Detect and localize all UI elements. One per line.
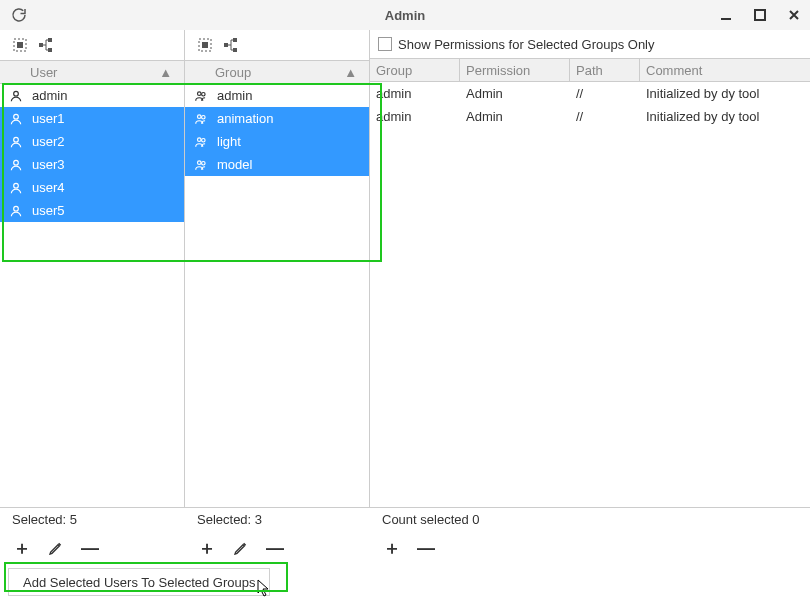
user-name: user1 (32, 111, 65, 126)
svg-point-22 (198, 137, 202, 141)
svg-rect-3 (17, 42, 23, 48)
cell-group: admin (370, 82, 460, 105)
add-user-button[interactable]: ＋ (12, 538, 32, 558)
col-permission[interactable]: Permission (460, 59, 570, 81)
user-icon (8, 204, 24, 218)
list-item[interactable]: user2 (0, 130, 184, 153)
table-row[interactable]: admin Admin // Initialized by dy tool (370, 105, 810, 128)
svg-point-24 (198, 160, 202, 164)
group-name: model (217, 157, 252, 172)
user-icon (8, 181, 24, 195)
user-name: user3 (32, 157, 65, 172)
group-icon (193, 112, 209, 126)
sort-asc-icon: ▲ (159, 65, 172, 80)
edit-group-button[interactable] (231, 538, 251, 558)
list-item[interactable]: user1 (0, 107, 184, 130)
cell-path: // (570, 82, 640, 105)
col-comment[interactable]: Comment (640, 59, 810, 81)
svg-point-9 (14, 137, 19, 142)
edit-user-button[interactable] (46, 538, 66, 558)
add-permission-button[interactable]: ＋ (382, 538, 402, 558)
svg-rect-1 (755, 10, 765, 20)
status-bar: Selected: 5 Selected: 3 Count selected 0 (0, 508, 810, 534)
group-name: admin (217, 88, 252, 103)
list-item[interactable]: user5 (0, 199, 184, 222)
user-name: user2 (32, 134, 65, 149)
svg-rect-17 (233, 48, 237, 52)
remove-user-button[interactable]: — (80, 538, 100, 558)
svg-rect-15 (224, 43, 228, 47)
minimize-icon[interactable] (718, 7, 734, 23)
list-item[interactable]: user4 (0, 176, 184, 199)
svg-point-18 (198, 91, 202, 95)
list-item[interactable]: admin (0, 84, 184, 107)
select-all-icon[interactable] (195, 35, 215, 55)
user-icon (8, 158, 24, 172)
show-perms-checkbox[interactable] (378, 37, 392, 51)
cell-path: // (570, 105, 640, 128)
cell-comment: Initialized by dy tool (640, 105, 810, 128)
svg-point-25 (202, 161, 206, 165)
svg-point-7 (14, 91, 19, 96)
title-bar: Admin (0, 0, 810, 30)
users-list[interactable]: admin user1 user2 user3 user4 user5 (0, 84, 184, 507)
maximize-icon[interactable] (752, 7, 768, 23)
add-button-label: Add Selected Users To Selected Groups (23, 575, 255, 590)
group-name: light (217, 134, 241, 149)
remove-permission-button[interactable]: — (416, 538, 436, 558)
users-panel: User ▲ admin user1 user2 user3 user4 use… (0, 30, 185, 507)
svg-point-12 (14, 206, 19, 211)
groups-column-header[interactable]: Group ▲ (185, 60, 369, 84)
cell-permission: Admin (460, 82, 570, 105)
svg-point-8 (14, 114, 19, 119)
user-icon (8, 89, 24, 103)
list-item[interactable]: light (185, 130, 369, 153)
svg-point-11 (14, 183, 19, 188)
groups-list[interactable]: admin animation light model (185, 84, 369, 507)
table-row[interactable]: admin Admin // Initialized by dy tool (370, 82, 810, 105)
action-bar: ＋ — ＋ — ＋ — (0, 534, 810, 562)
svg-point-19 (202, 92, 206, 96)
perms-status: Count selected 0 (370, 512, 810, 534)
tree-icon[interactable] (36, 35, 56, 55)
permissions-panel: Show Permissions for Selected Groups Onl… (370, 30, 810, 507)
svg-point-23 (202, 138, 206, 142)
svg-rect-4 (39, 43, 43, 47)
list-item[interactable]: admin (185, 84, 369, 107)
permissions-list[interactable]: admin Admin // Initialized by dy tool ad… (370, 82, 810, 507)
permissions-header[interactable]: Group Permission Path Comment (370, 58, 810, 82)
group-icon (193, 89, 209, 103)
users-header-label: User (30, 65, 159, 80)
list-item[interactable]: model (185, 153, 369, 176)
main-area: User ▲ admin user1 user2 user3 user4 use… (0, 30, 810, 508)
users-column-header[interactable]: User ▲ (0, 60, 184, 84)
groups-panel: Group ▲ admin animation light model (185, 30, 370, 507)
col-group[interactable]: Group (370, 59, 460, 81)
list-item[interactable]: user3 (0, 153, 184, 176)
tree-icon[interactable] (221, 35, 241, 55)
svg-rect-6 (48, 48, 52, 52)
svg-point-20 (198, 114, 202, 118)
svg-rect-16 (233, 38, 237, 42)
group-icon (193, 135, 209, 149)
select-all-icon[interactable] (10, 35, 30, 55)
user-icon (8, 135, 24, 149)
window-title: Admin (0, 8, 810, 23)
svg-point-21 (202, 115, 206, 119)
close-icon[interactable] (786, 7, 802, 23)
remove-group-button[interactable]: — (265, 538, 285, 558)
user-name: user5 (32, 203, 65, 218)
add-group-button[interactable]: ＋ (197, 538, 217, 558)
show-perms-label: Show Permissions for Selected Groups Onl… (398, 37, 655, 52)
groups-status: Selected: 3 (185, 512, 370, 534)
svg-point-10 (14, 160, 19, 165)
list-item[interactable]: animation (185, 107, 369, 130)
add-users-to-groups-button[interactable]: Add Selected Users To Selected Groups (8, 568, 270, 596)
cursor-icon (257, 579, 271, 597)
svg-rect-0 (721, 18, 731, 20)
svg-rect-5 (48, 38, 52, 42)
sort-asc-icon: ▲ (344, 65, 357, 80)
svg-rect-14 (202, 42, 208, 48)
cell-permission: Admin (460, 105, 570, 128)
col-path[interactable]: Path (570, 59, 640, 81)
